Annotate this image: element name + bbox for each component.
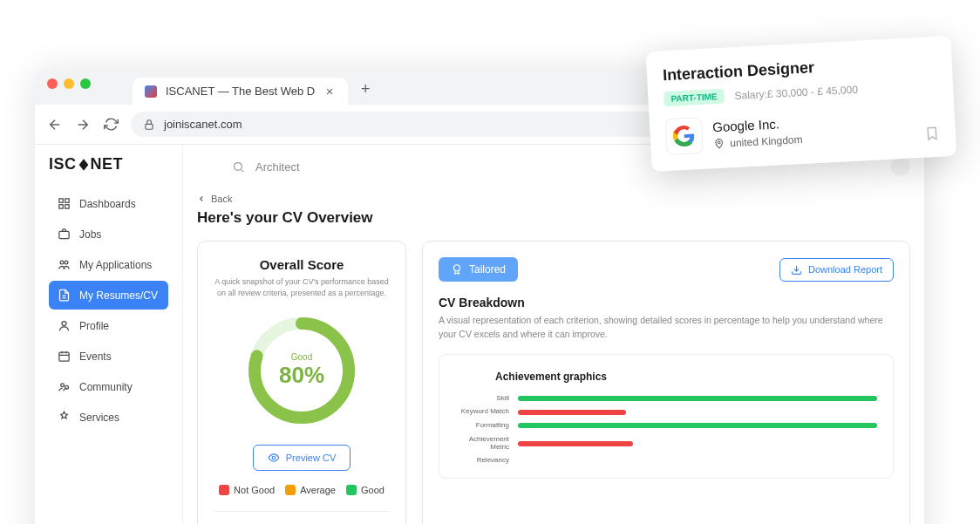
- svg-rect-3: [59, 205, 63, 208]
- svg-rect-0: [146, 124, 153, 129]
- divider: [214, 511, 390, 512]
- sidebar-item-label: Jobs: [79, 228, 101, 241]
- bar-track: [518, 423, 877, 428]
- forward-button[interactable]: [75, 117, 91, 133]
- sidebar-item-label: My Applications: [79, 259, 152, 271]
- sidebar-item-jobs[interactable]: Jobs: [49, 220, 168, 248]
- download-label: Download Report: [808, 264, 882, 275]
- new-tab-button[interactable]: +: [353, 77, 378, 101]
- reload-button[interactable]: [103, 117, 119, 133]
- bar-label: Keyword Match: [455, 408, 509, 416]
- company-row: Google Inc. united Kingdom: [665, 105, 941, 155]
- svg-rect-2: [65, 199, 69, 202]
- sidebar-item-events[interactable]: Events: [49, 342, 168, 371]
- services-icon: [58, 411, 71, 424]
- sidebar-item-resumes[interactable]: My Resumes/CV: [49, 281, 168, 310]
- document-icon: [58, 289, 71, 302]
- tab-title: ISCANET — The Best Web D: [166, 85, 315, 98]
- badge-row: Tailored Download Report: [439, 257, 894, 282]
- calendar-icon: [58, 350, 71, 363]
- search-input[interactable]: [255, 160, 563, 174]
- close-tab-button[interactable]: ×: [323, 85, 336, 98]
- bar-track: [518, 396, 877, 401]
- sidebar-item-label: Community: [79, 381, 133, 393]
- google-logo-icon: [672, 124, 696, 147]
- applications-icon: [58, 258, 71, 271]
- svg-rect-1: [59, 199, 63, 202]
- job-card[interactable]: Interaction Designer PART-TIME Salary:£ …: [646, 36, 957, 172]
- sidebar-item-dashboards[interactable]: Dashboards: [49, 189, 168, 218]
- company-logo: [665, 117, 704, 155]
- url-text: joiniscanet.com: [164, 118, 242, 131]
- favicon-icon: [145, 85, 157, 98]
- minimize-window-button[interactable]: [64, 78, 74, 89]
- main-content: Back Here's your CV Overview Overall Sco…: [183, 145, 924, 524]
- salary-text: Salary:£ 30,000 - £ 45,000: [734, 83, 858, 101]
- preview-cv-button[interactable]: Preview CV: [253, 445, 350, 471]
- bar-label: Skill: [455, 395, 509, 403]
- sidebar-item-applications[interactable]: My Applications: [49, 250, 168, 279]
- score-gauge: Good 80%: [245, 314, 358, 427]
- bar-track: [518, 459, 877, 464]
- breakdown-card: Tailored Download Report CV Breakdown A …: [422, 241, 910, 524]
- bar-row: Keyword Match: [455, 408, 877, 416]
- browser-tab[interactable]: ISCANET — The Best Web D ×: [133, 78, 348, 105]
- close-window-button[interactable]: [47, 78, 58, 89]
- download-report-button[interactable]: Download Report: [779, 258, 894, 282]
- bar-row: Formatting: [455, 422, 877, 430]
- svg-point-7: [65, 261, 68, 264]
- svg-point-8: [62, 322, 66, 326]
- maximize-window-button[interactable]: [80, 78, 91, 89]
- bar-row: Skill: [455, 395, 877, 403]
- back-link[interactable]: Back: [197, 194, 910, 204]
- location-text: united Kingdom: [730, 133, 803, 148]
- tailored-label: Tailored: [469, 263, 506, 276]
- back-button[interactable]: [47, 117, 63, 133]
- legend-not-good: Not Good: [219, 485, 275, 495]
- overall-score-card: Overall Score A quick snapshot of your C…: [197, 241, 406, 524]
- gauge-value: 80%: [279, 362, 324, 389]
- sidebar-item-community[interactable]: Community: [49, 372, 168, 401]
- sidebar-item-label: Services: [79, 412, 119, 424]
- svg-rect-9: [59, 352, 69, 361]
- page-title: Here's your CV Overview: [197, 209, 910, 227]
- svg-rect-5: [59, 231, 69, 238]
- location-row: united Kingdom: [713, 133, 803, 149]
- breakdown-title: CV Breakdown: [439, 296, 894, 310]
- sidebar-item-label: My Resumes/CV: [79, 289, 158, 302]
- svg-point-15: [272, 456, 276, 459]
- score-legend: Not Good Average Good: [214, 485, 390, 495]
- sidebar-item-services[interactable]: Services: [49, 403, 168, 432]
- award-icon: [451, 263, 463, 276]
- gauge-label: Good: [279, 352, 324, 362]
- bar-label: Formatting: [455, 422, 509, 430]
- svg-point-16: [454, 265, 460, 271]
- chevron-left-icon: [197, 194, 206, 203]
- bookmark-icon[interactable]: [924, 126, 941, 142]
- bar-row: Achievement Metric: [455, 436, 877, 452]
- legend-good: Good: [346, 485, 385, 495]
- achievement-chart: Achievement graphics Skill Keyword Match…: [439, 354, 894, 480]
- search-clear-button[interactable]: [891, 157, 910, 176]
- download-icon: [791, 264, 802, 276]
- bar-track: [518, 441, 877, 446]
- legend-average: Average: [285, 485, 336, 495]
- back-label: Back: [211, 194, 232, 204]
- chart-title: Achievement graphics: [495, 371, 877, 383]
- bar-fill: [518, 441, 633, 446]
- sidebar-item-profile[interactable]: Profile: [49, 311, 168, 340]
- bar-fill: [518, 410, 626, 415]
- panels: Overall Score A quick snapshot of your C…: [197, 241, 910, 524]
- bar-label: Relevancy: [455, 457, 509, 465]
- svg-point-6: [60, 261, 64, 264]
- score-title: Overall Score: [214, 257, 390, 272]
- svg-rect-4: [65, 205, 69, 208]
- app-body: ISCNET Dashboards Jobs My Applications M…: [35, 145, 924, 524]
- breakdown-subtitle: A visual representation of each criterio…: [439, 314, 894, 342]
- bar-label: Achievement Metric: [455, 436, 509, 452]
- bar-row: Relevancy: [455, 457, 877, 465]
- bar-fill: [518, 423, 877, 428]
- sidebar-item-label: Dashboards: [79, 198, 136, 210]
- sidebar-item-label: Profile: [79, 320, 109, 332]
- briefcase-icon: [58, 228, 71, 241]
